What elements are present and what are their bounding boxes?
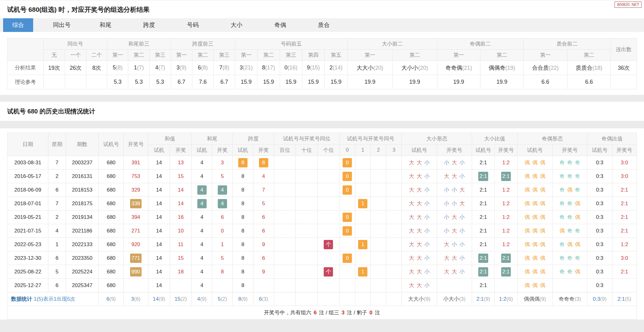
cell: 10 [170,224,191,238]
cell: 2018-07-01 [7,197,48,210]
cell [274,251,296,265]
value: 2 [330,64,333,71]
value: 26次 [70,65,81,71]
form-char: 偶 [524,241,530,247]
cell: 4 [192,156,212,170]
form-char: 大 [444,269,449,275]
column-group-header: 期数 [66,133,99,156]
form-char: 偶 [559,228,565,234]
column-header: 试机号 [402,144,437,156]
cell [296,224,318,238]
cell: 大小小(20) [392,61,437,75]
value: 大大小 [408,296,424,302]
form-char: 大 [417,241,422,247]
value: 11 [178,241,184,247]
cell: 2016-05-17 [7,170,48,183]
value: 0:3 [596,269,603,275]
cell: 4 [192,197,212,210]
value: 2:1 [476,296,484,302]
cell: 个 [318,238,340,251]
header-row: 日期星期期数试机号开奖号和值和尾跨度试机号与开奖号同位试机号与开奖号同号大小形态… [7,133,637,144]
value: 1 [134,64,137,71]
cell: 8 [233,279,253,292]
cell [355,210,370,224]
tab-item-1[interactable]: 同出号 [47,18,77,32]
value: 1:2 [499,296,506,302]
cell: 1(7) [128,61,150,75]
cell [386,265,402,279]
cell [370,238,386,251]
form-char: 小 [444,214,449,220]
form-char: 小 [459,255,465,261]
cell [65,75,86,89]
tab-item-6[interactable]: 奇偶 [265,18,295,32]
cell [437,279,472,292]
form-char: 大 [417,187,422,193]
cell: 26次 [65,61,86,75]
cell: 18 [170,265,191,279]
value: 0:3 [593,296,600,302]
table-row: 2016-05-1722016131680753141545840大大小大大小2… [7,170,637,183]
value: 680 [107,160,115,166]
tab-item-2[interactable]: 和尾 [90,18,120,32]
value: 2022133 [72,241,92,247]
cell: 6.7 [171,75,192,89]
form-char: 小 [444,201,449,206]
column-group-header: 大小比值 [472,133,518,144]
tab-item-0[interactable]: 综合 [3,18,33,32]
value: 7 [219,64,222,71]
cell: 0:3 [587,224,612,238]
value: 14 [156,173,162,179]
column-group-header: 和尾前三 [107,38,171,50]
value: 2:1 [480,214,487,220]
value: 2018-07-01 [14,201,41,206]
value: 合合质 [532,65,549,71]
column-header: 0 [340,144,355,156]
cell: 个 [318,265,340,279]
note-text: 注 / 组三 [318,310,341,316]
value: 6 [221,214,224,220]
value: 14 [156,282,162,288]
column-header: 第三 [280,50,302,61]
value: 14 [156,255,162,261]
form-char: 偶 [532,160,537,166]
form-char: 大 [409,160,414,166]
column-header: 1 [355,144,370,156]
cell: 4 [192,170,212,183]
cell: 680 [99,210,124,224]
cell: 2023350 [66,251,99,265]
cell [355,170,370,183]
cell: 0 [340,170,355,183]
tab-item-4[interactable]: 号码 [178,18,208,32]
cell: 大大小 [402,238,437,251]
value: 680 [107,269,115,275]
table-row: 2023-12-3062023350680771141545860大大小大大小2… [7,251,637,265]
cell: 2:1 [472,170,495,183]
cell: 7(8) [213,61,235,75]
form-char: 偶 [575,241,580,247]
value: 5.3 [135,79,143,85]
form-char: 小 [424,201,430,206]
value: 14 [156,187,162,193]
cell: 15.9 [302,75,324,89]
count: (9) [159,296,165,302]
cell: 14 [148,265,170,279]
highlight-badge: 1 [358,267,367,277]
value: 3 [177,64,180,71]
form-char: 大 [417,255,422,261]
cell: 14 [148,279,170,292]
value: 2:1 [621,187,628,193]
value: 1:2 [502,160,510,166]
cell: 2018153 [66,183,99,197]
form-char: 小 [424,187,430,193]
cell: 2022-05-23 [7,238,48,251]
tab-item-3[interactable]: 跨度 [134,18,164,32]
cell: 4 [253,170,274,183]
tab-item-7[interactable]: 质合 [309,18,339,32]
tab-item-5[interactable]: 大小 [221,18,252,32]
count: (9) [180,64,186,71]
cell: 2:1 [612,210,637,224]
form-char: 大 [417,214,422,220]
value: 394 [131,214,140,220]
cell [296,238,318,251]
